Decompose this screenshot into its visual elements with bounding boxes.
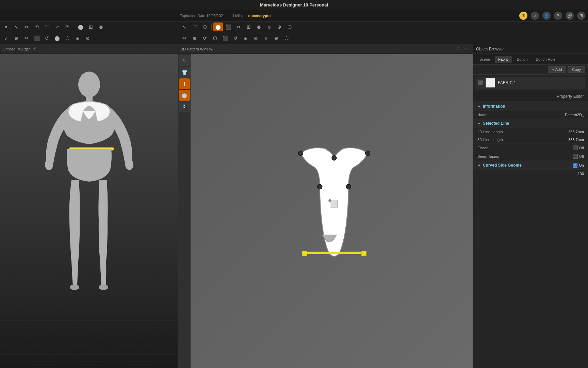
curved-side-geom-header[interactable]: ▼ Curved Side Geome On <box>473 161 588 170</box>
property-editor-title: Property Editor <box>473 91 588 102</box>
tool2-4[interactable]: ⬛ <box>32 34 42 43</box>
tool-info-2d[interactable]: ℹ <box>179 78 190 89</box>
view-2d-expand-icon[interactable]: ⤢ <box>456 46 462 52</box>
tool-orange-2d[interactable]: ⬤ <box>179 90 190 101</box>
view-3d: Untitled_MD.zprj ⤢ <box>0 44 178 368</box>
canvas-3d[interactable] <box>0 54 178 368</box>
canvas-2d[interactable]: ↖ 👕 ℹ ⬤ 🗄 <box>178 54 473 368</box>
tool-select[interactable]: ↖ <box>12 22 21 31</box>
tool-extra3[interactable]: ⊗ <box>96 22 106 31</box>
t2d2-8[interactable]: ⊗ <box>251 34 261 43</box>
t2d-7[interactable]: ⊞ <box>244 22 254 31</box>
prop-seam-taping-toggle[interactable]: Off <box>573 154 584 159</box>
t2d2-3[interactable]: ⟳ <box>200 34 210 43</box>
selected-line-section-title: Selected Line <box>483 121 509 126</box>
tool-select-2d[interactable]: ↖ <box>179 55 190 66</box>
t2d-10[interactable]: ⊕ <box>275 22 284 31</box>
tool-extra2[interactable]: ⊞ <box>86 22 96 31</box>
tool-rotate[interactable]: ⟲ <box>32 22 42 31</box>
tool2-1[interactable]: ↙ <box>1 34 11 43</box>
tool2-9[interactable]: ⊗ <box>83 34 93 43</box>
svg-point-1 <box>78 72 100 97</box>
tool2-5[interactable]: ↺ <box>42 34 52 43</box>
tab-button[interactable]: Button <box>513 56 531 63</box>
username-text: queencrypto <box>248 14 271 18</box>
t2d2-1[interactable]: ✂ <box>180 34 189 43</box>
elastic-toggle-box[interactable] <box>573 145 578 150</box>
view-2d-arrow-icon[interactable]: › <box>464 46 470 52</box>
tool2-2[interactable]: ⊕ <box>12 34 21 43</box>
tool-cut[interactable]: ✂ <box>22 22 31 31</box>
t2d-1[interactable]: ↖ <box>180 22 189 31</box>
t2d-8[interactable]: ⊗ <box>254 22 264 31</box>
t2d2-11[interactable]: ⬡ <box>282 34 291 43</box>
curved-side-toggle-box[interactable] <box>573 163 577 168</box>
information-section-header[interactable]: ▼ Information <box>473 102 588 111</box>
t2d2-10[interactable]: ⊕ <box>272 34 281 43</box>
toolbar-2d-row2: ✂ ⊕ ⟳ ⬡ ⬛ ↺ ⊞ ⊗ ⌾ ⊕ ⬡ <box>178 32 473 44</box>
prop-elastic-label: Elastic <box>477 146 573 150</box>
prop-elastic-toggle[interactable]: Off <box>573 145 584 150</box>
add-button[interactable]: + Add <box>548 66 566 73</box>
tool2-8[interactable]: ⊞ <box>73 34 82 43</box>
fabric-list: FABRIC 1 <box>473 75 588 91</box>
tool-add[interactable]: ✦ <box>1 22 11 31</box>
fabric-item-1[interactable]: FABRIC 1 <box>476 77 585 89</box>
selected-line-section-header[interactable]: ▼ Selected Line <box>473 119 588 128</box>
t2d-2[interactable]: ⬚ <box>190 22 199 31</box>
tool2-3[interactable]: ✂ <box>22 34 31 43</box>
side-tool-panel: ↖ 👕 ℹ ⬤ 🗄 <box>178 54 191 368</box>
prop-2d-line-label: 2D Line Length <box>477 130 557 134</box>
copy-button[interactable]: Copy <box>568 66 585 73</box>
toolbar-sep-2 <box>211 24 212 30</box>
coin-icon[interactable]: ₿ <box>519 12 527 20</box>
app-title: Marvelous Designer 10 Personal <box>260 2 328 7</box>
svg-point-10 <box>298 151 303 156</box>
prop-3d-line-label: 3D Line Length <box>477 138 557 142</box>
tool-refresh[interactable]: ⟳ <box>63 22 72 31</box>
tab-scene[interactable]: Scene <box>476 56 493 63</box>
curved-side-geom-title: Curved Side Geome <box>483 163 522 168</box>
selected-line-arrow-icon: ▼ <box>477 122 481 125</box>
t2d-4[interactable]: ⬤ <box>213 22 223 31</box>
t2d2-6[interactable]: ↺ <box>231 34 240 43</box>
tool-shape[interactable]: ⬚ <box>42 22 52 31</box>
tool-archive-2d[interactable]: 🗄 <box>179 102 190 112</box>
svg-point-14 <box>346 184 351 189</box>
tool2-6[interactable]: ⬤ <box>52 34 62 43</box>
link-icon[interactable]: 🔗 <box>566 12 574 20</box>
view-3d-expand-icon[interactable]: ⤢ <box>33 46 38 52</box>
t2d-3[interactable]: ⬡ <box>200 22 210 31</box>
t2d-5[interactable]: ⬛ <box>224 22 233 31</box>
svg-point-19 <box>329 199 331 202</box>
t2d2-4[interactable]: ⬡ <box>210 34 220 43</box>
t2d-11[interactable]: ⬡ <box>285 22 294 31</box>
toolbar-3d-row1: ✦ ↖ ✂ ⟲ ⬚ ↗ ⟳ ⬤ ⊞ ⊗ <box>0 22 178 32</box>
svg-rect-18 <box>331 200 338 208</box>
tab-fabric[interactable]: Fabric <box>495 56 512 63</box>
tab-button-hole[interactable]: Button Hole <box>533 56 559 63</box>
svg-point-7 <box>99 285 108 290</box>
expand-icon[interactable]: ⊞ <box>577 12 585 20</box>
tool-shirt-2d[interactable]: 👕 <box>179 67 190 78</box>
t2d-6[interactable]: ✂ <box>234 22 243 31</box>
t2d-9[interactable]: ⌾ <box>264 22 274 31</box>
t2d2-2[interactable]: ⊕ <box>190 34 199 43</box>
t2d2-5[interactable]: ⬛ <box>220 34 230 43</box>
prop-row-3d-line: 3D Line Length 383.7mm <box>473 136 588 144</box>
tool-arrow[interactable]: ↗ <box>52 22 62 31</box>
curved-side-value: On <box>579 163 584 167</box>
tool2-7[interactable]: ⬡ <box>63 34 72 43</box>
svg-point-4 <box>45 159 53 170</box>
curved-side-toggle[interactable]: On <box>573 163 584 168</box>
seam-taping-toggle-box[interactable] <box>573 154 578 159</box>
pattern-2d <box>270 143 399 273</box>
t2d2-9[interactable]: ⌾ <box>261 34 271 43</box>
fabric-checkbox-1[interactable] <box>478 80 483 85</box>
t2d2-7[interactable]: ⊞ <box>241 34 250 43</box>
view-2d-title: 2D Pattern Window <box>181 47 213 51</box>
sound-icon[interactable]: ♪ <box>531 12 539 20</box>
user-icon[interactable]: 👤 <box>542 12 551 20</box>
tool-extra1[interactable]: ⬤ <box>76 22 85 31</box>
help-icon[interactable]: ? <box>554 12 562 20</box>
